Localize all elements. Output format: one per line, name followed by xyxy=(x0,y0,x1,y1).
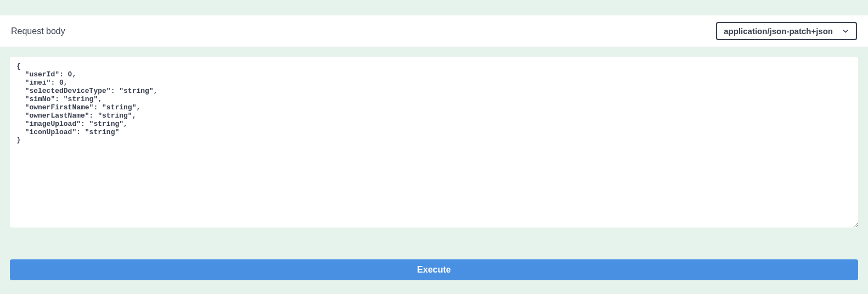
execute-row: Execute xyxy=(0,259,868,280)
request-body-textarea[interactable] xyxy=(10,57,858,228)
content-type-select[interactable]: application/json-patch+json xyxy=(716,22,857,40)
execute-button[interactable]: Execute xyxy=(10,259,858,280)
request-body-label: Request body xyxy=(11,26,65,36)
request-body-area xyxy=(0,47,868,240)
request-body-header: Request body application/json-patch+json xyxy=(0,15,868,47)
content-type-value: application/json-patch+json xyxy=(724,26,833,36)
chevron-down-icon xyxy=(842,27,849,35)
